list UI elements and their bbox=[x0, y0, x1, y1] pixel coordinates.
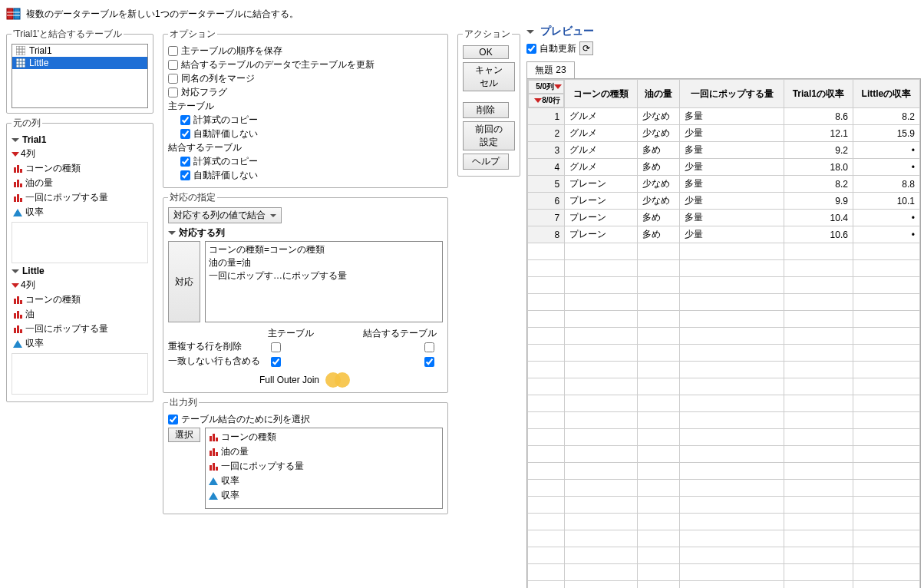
disclosure-icon[interactable] bbox=[168, 231, 176, 235]
table-row[interactable]: 3 グルメ 多め 多量 9.2 • bbox=[528, 142, 920, 159]
table-icon bbox=[15, 58, 26, 68]
update-main-checkbox[interactable] bbox=[168, 60, 178, 70]
match-pair-item[interactable]: 油の量=油 bbox=[209, 256, 439, 269]
column-item[interactable]: 油の量 bbox=[12, 176, 148, 190]
nominal-icon bbox=[209, 448, 218, 457]
column-item[interactable]: コーンの種類 bbox=[207, 430, 441, 444]
main-copy-formula-checkbox[interactable] bbox=[180, 115, 190, 125]
join-no-autoeval-checkbox[interactable] bbox=[180, 170, 190, 180]
svg-marker-44 bbox=[209, 492, 218, 500]
red-triangle-icon[interactable] bbox=[554, 84, 562, 89]
svg-rect-4 bbox=[16, 46, 25, 55]
row-number: 7 bbox=[528, 210, 565, 226]
svg-rect-38 bbox=[213, 448, 215, 456]
main-no-autoeval-checkbox[interactable] bbox=[180, 129, 190, 139]
tables-to-join-list[interactable]: Trial1 Little bbox=[12, 44, 148, 108]
matching-method-dropdown[interactable]: 対応する列の値で結合 bbox=[168, 207, 282, 223]
nominal-icon bbox=[13, 296, 22, 305]
disclosure-icon[interactable] bbox=[526, 30, 534, 34]
refresh-icon[interactable]: ⟳ bbox=[579, 41, 593, 55]
svg-rect-17 bbox=[14, 182, 16, 187]
column-header[interactable]: Trial1の収率 bbox=[784, 80, 853, 108]
include-nonmatch-main-checkbox[interactable] bbox=[271, 357, 281, 367]
table-row[interactable]: 7 プレーン 多め 多量 10.4 • bbox=[528, 210, 920, 226]
continuous-icon bbox=[209, 477, 218, 486]
svg-rect-0 bbox=[7, 8, 13, 19]
nominal-icon bbox=[13, 325, 22, 334]
column-item[interactable]: コーンの種類 bbox=[12, 292, 148, 307]
column-header[interactable]: コーンの種類 bbox=[565, 80, 638, 108]
table-row[interactable]: 4 グルメ 多め 少量 18.0 • bbox=[528, 159, 920, 176]
disclosure-icon[interactable] bbox=[12, 138, 19, 142]
svg-rect-31 bbox=[17, 325, 19, 333]
merge-same-name-checkbox[interactable] bbox=[168, 74, 178, 84]
row-number: 4 bbox=[528, 159, 565, 176]
column-header[interactable]: 油の量 bbox=[638, 80, 680, 108]
select-cols-for-join-checkbox[interactable] bbox=[168, 415, 178, 424]
match-pair-item[interactable]: 一回にポップす…にポップする量 bbox=[209, 269, 439, 282]
row-number: 3 bbox=[528, 142, 565, 159]
row-number: 2 bbox=[528, 125, 565, 142]
auto-update-checkbox[interactable] bbox=[526, 44, 536, 54]
table-row[interactable]: 2 グルメ 少なめ 少量 12.1 15.9 bbox=[528, 125, 920, 142]
column-item[interactable]: 油 bbox=[12, 307, 148, 322]
svg-rect-20 bbox=[14, 197, 16, 202]
ok-button[interactable]: OK bbox=[463, 45, 509, 59]
table-name: Little bbox=[22, 266, 45, 276]
drop-dups-main-checkbox[interactable] bbox=[271, 342, 281, 352]
svg-rect-36 bbox=[216, 438, 218, 441]
column-item[interactable]: 一回にポップする量 bbox=[207, 459, 441, 474]
red-triangle-icon[interactable] bbox=[12, 152, 19, 157]
svg-rect-25 bbox=[17, 296, 19, 304]
column-header[interactable]: 一回にポップする量 bbox=[680, 80, 784, 108]
main-table-section-label: 主テーブル bbox=[168, 100, 443, 113]
red-triangle-icon[interactable] bbox=[12, 283, 19, 288]
svg-rect-39 bbox=[216, 452, 218, 456]
column-item[interactable]: 油の量 bbox=[207, 444, 441, 459]
nominal-icon bbox=[209, 462, 218, 471]
drop-dups-join-checkbox[interactable] bbox=[424, 342, 434, 352]
preview-tab[interactable]: 無題 23 bbox=[526, 61, 575, 78]
match-flag-checkbox[interactable] bbox=[168, 88, 178, 97]
preserve-order-checkbox[interactable] bbox=[168, 46, 178, 56]
table-row[interactable]: 6 プレーン 少なめ 少量 9.9 10.1 bbox=[528, 193, 920, 210]
list-item[interactable]: Little bbox=[12, 57, 147, 69]
svg-rect-32 bbox=[20, 329, 22, 333]
svg-marker-33 bbox=[13, 340, 22, 348]
row-number: 1 bbox=[528, 108, 565, 125]
column-item[interactable]: コーンの種類 bbox=[12, 161, 148, 176]
list-item[interactable]: Trial1 bbox=[12, 45, 147, 57]
match-pair-item[interactable]: コーンの種類=コーンの種類 bbox=[209, 243, 439, 256]
help-button[interactable]: ヘルプ bbox=[463, 154, 509, 170]
dialog-title: 複数のデータテーブルを新しい1つのデータテーブルに結合する。 bbox=[26, 8, 299, 21]
recall-button[interactable]: 前回の設定 bbox=[463, 121, 515, 150]
select-button[interactable]: 選択 bbox=[168, 428, 200, 442]
table-row[interactable]: 5 プレーン 少なめ 多量 8.2 8.8 bbox=[528, 176, 920, 193]
preview-title: プレビュー bbox=[540, 25, 594, 38]
svg-rect-15 bbox=[17, 165, 19, 173]
match-button[interactable]: 対応 bbox=[168, 241, 200, 322]
output-columns-list[interactable]: コーンの種類 油の量 一回にポップする量 収率 収率 bbox=[205, 428, 443, 509]
svg-rect-42 bbox=[216, 467, 218, 471]
cancel-button[interactable]: キャンセル bbox=[463, 62, 515, 91]
svg-rect-40 bbox=[210, 465, 212, 471]
join-copy-formula-checkbox[interactable] bbox=[180, 157, 190, 167]
column-item[interactable]: 収率 bbox=[12, 205, 148, 220]
column-item[interactable]: 一回にポップする量 bbox=[12, 322, 148, 336]
nominal-icon bbox=[13, 164, 22, 173]
column-header[interactable]: Littleの収率 bbox=[853, 80, 919, 108]
table-row[interactable]: 8 プレーン 多め 少量 10.6 • bbox=[528, 226, 920, 243]
svg-rect-28 bbox=[17, 311, 19, 319]
red-triangle-icon[interactable] bbox=[534, 98, 542, 103]
column-item[interactable]: 収率 bbox=[207, 474, 441, 488]
include-nonmatch-join-checkbox[interactable] bbox=[424, 357, 434, 367]
column-item[interactable]: 収率 bbox=[12, 336, 148, 351]
disclosure-icon[interactable] bbox=[12, 269, 19, 273]
join-type-label: Full Outer Join bbox=[259, 375, 319, 385]
svg-rect-21 bbox=[17, 194, 19, 202]
column-item[interactable]: 収率 bbox=[207, 488, 441, 503]
table-row[interactable]: 1 グルメ 少なめ 多量 8.6 8.2 bbox=[528, 108, 920, 125]
column-item[interactable]: 一回にポップする量 bbox=[12, 190, 148, 205]
remove-button[interactable]: 削除 bbox=[463, 102, 509, 118]
match-list[interactable]: コーンの種類=コーンの種類 油の量=油 一回にポップす…にポップする量 bbox=[205, 241, 443, 322]
